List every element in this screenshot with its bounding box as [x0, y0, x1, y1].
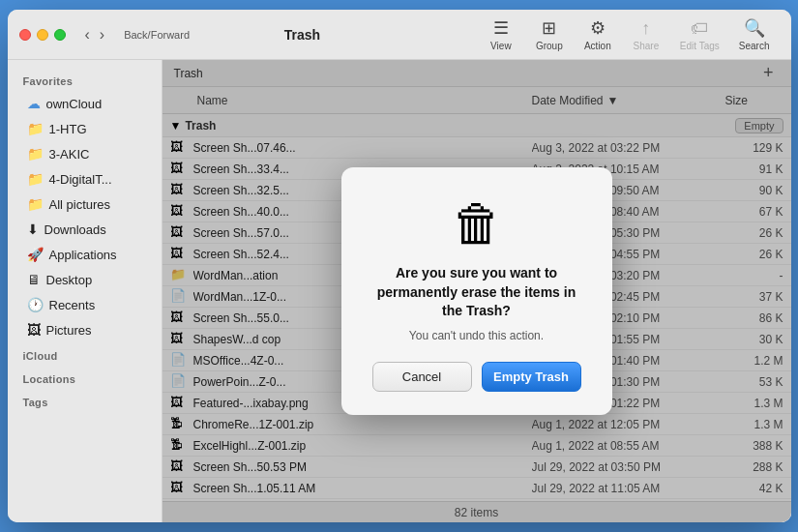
sidebar: Favorites ☁ ownCloud 📁 1-HTG 📁 3-AKIC 📁 …: [8, 60, 163, 522]
tags-section-label: Tags: [8, 389, 162, 412]
close-button[interactable]: [19, 29, 31, 41]
finder-window: ‹ › Back/Forward Trash ☰ View ⊞ Group ⚙ …: [8, 10, 791, 522]
empty-trash-button[interactable]: Empty Trash: [482, 362, 581, 392]
traffic-lights: [19, 29, 66, 41]
sidebar-item-4digital[interactable]: 📁 4-DigitalT...: [12, 167, 158, 191]
edit-tags-button[interactable]: 🏷 Edit Tags: [670, 15, 729, 55]
dialog-overlay: 🗑 Are you sure you want to permanently e…: [163, 60, 791, 522]
forward-button[interactable]: ›: [96, 24, 108, 45]
sidebar-item-label-recents: Recents: [49, 298, 96, 312]
group-label: Group: [536, 41, 563, 51]
recents-icon: 🕐: [27, 297, 44, 312]
sidebar-item-label-desktop: Desktop: [46, 273, 93, 287]
sidebar-item-label-pictures: Pictures: [46, 323, 92, 338]
action-label: Action: [584, 41, 611, 51]
group-button[interactable]: ⊞ Group: [525, 14, 574, 55]
edit-tags-label: Edit Tags: [680, 41, 720, 51]
sidebar-item-1htg[interactable]: 📁 1-HTG: [12, 117, 158, 140]
title-bar: ‹ › Back/Forward Trash ☰ View ⊞ Group ⚙ …: [8, 10, 791, 60]
sidebar-item-label-applications: Applications: [49, 248, 117, 262]
sidebar-item-label-allpictures: All pictures: [49, 197, 111, 212]
sidebar-item-recents[interactable]: 🕐 Recents: [12, 293, 158, 316]
share-button[interactable]: ↑ Share: [622, 15, 670, 55]
locations-section-label: Locations: [8, 366, 162, 389]
downloads-icon: ⬇: [27, 222, 39, 237]
search-label: Search: [739, 41, 770, 51]
applications-icon: 🚀: [27, 247, 44, 262]
action-icon: ⚙: [590, 17, 606, 39]
share-icon: ↑: [641, 18, 650, 39]
sidebar-item-label-owncloud: ownCloud: [46, 97, 103, 111]
folder-icon: 📁: [27, 121, 44, 136]
main-panel: Trash + Name Date Modified ▼ Size ▼ Tras…: [163, 60, 791, 522]
sidebar-item-desktop[interactable]: 🖥 Desktop: [12, 268, 158, 291]
share-label: Share: [634, 41, 660, 51]
edit-tags-icon: 🏷: [691, 18, 708, 39]
minimize-button[interactable]: [37, 29, 48, 41]
toolbar-right: ☰ View ⊞ Group ⚙ Action ↑ Share 🏷 Edit T…: [477, 14, 780, 55]
sidebar-item-label-downloads: Downloads: [44, 222, 106, 237]
folder-icon: 📁: [27, 171, 44, 187]
sidebar-item-pictures[interactable]: 🖼 Pictures: [12, 318, 158, 341]
search-button[interactable]: 🔍 Search: [729, 14, 780, 55]
sidebar-item-allpictures[interactable]: 📁 All pictures: [12, 192, 158, 216]
sidebar-item-downloads[interactable]: ⬇ Downloads: [12, 218, 158, 241]
desktop-icon: 🖥: [27, 272, 41, 287]
dialog-buttons: Cancel Empty Trash: [372, 362, 581, 392]
pictures-icon: 🖼: [27, 322, 41, 338]
favorites-section-label: Favorites: [8, 68, 162, 91]
group-icon: ⊞: [542, 17, 556, 39]
sidebar-item-label-3akic: 3-AKIC: [49, 147, 90, 162]
sidebar-item-label-4digital: 4-DigitalT...: [49, 172, 112, 187]
window-title: Trash: [135, 27, 469, 43]
cancel-button[interactable]: Cancel: [372, 362, 472, 392]
trash-icon: 🗑: [372, 194, 581, 252]
sidebar-item-3akic[interactable]: 📁 3-AKIC: [12, 142, 158, 165]
content-area: Favorites ☁ ownCloud 📁 1-HTG 📁 3-AKIC 📁 …: [8, 60, 791, 522]
view-button[interactable]: ☰ View: [477, 14, 525, 55]
empty-trash-dialog: 🗑 Are you sure you want to permanently e…: [341, 167, 612, 415]
search-icon: 🔍: [744, 17, 765, 39]
owncloud-icon: ☁: [27, 96, 41, 111]
folder-icon: 📁: [27, 196, 44, 212]
nav-buttons: ‹ ›: [81, 24, 109, 45]
view-icon: ☰: [493, 17, 509, 39]
back-button[interactable]: ‹: [81, 24, 94, 45]
maximize-button[interactable]: [54, 29, 66, 41]
sidebar-item-label-1htg: 1-HTG: [49, 122, 87, 136]
dialog-subtitle: You can't undo this action.: [372, 329, 581, 342]
action-button[interactable]: ⚙ Action: [574, 14, 622, 55]
sidebar-item-owncloud[interactable]: ☁ ownCloud: [12, 92, 158, 115]
folder-icon: 📁: [27, 146, 44, 162]
sidebar-item-applications[interactable]: 🚀 Applications: [12, 243, 158, 266]
view-label: View: [490, 41, 512, 51]
dialog-title: Are you sure you want to permanently era…: [372, 264, 581, 321]
icloud-section-label: iCloud: [8, 342, 162, 366]
